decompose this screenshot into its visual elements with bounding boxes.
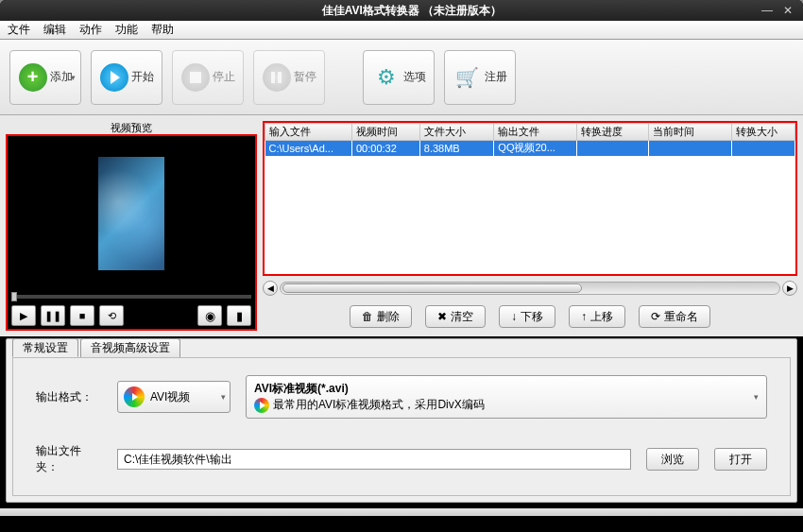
chevron-down-icon: ▾ — [754, 392, 759, 402]
menu-function[interactable]: 功能 — [115, 22, 138, 38]
horizontal-scrollbar[interactable]: ◀ ▶ — [263, 280, 797, 297]
rename-button[interactable]: ⟳重命名 — [639, 305, 710, 328]
close-button[interactable]: ✕ — [780, 4, 795, 17]
arrow-down-icon: ↓ — [511, 310, 517, 323]
stop-button: 停止 — [172, 50, 244, 105]
register-button[interactable]: 🛒 注册 — [444, 50, 516, 105]
gear-icon: ⚙ — [372, 63, 401, 92]
settings-panel: 常规设置 音视频高级设置 输出格式： AVI视频 ▾ AVI标准视频(*.avi… — [6, 338, 797, 503]
toolbar: + 添加 ▾ 开始 停止 暂停 ⚙ 选项 🛒 注册 — [0, 40, 803, 115]
arrow-up-icon: ↑ — [581, 310, 587, 323]
basket-icon: 🛒 — [453, 63, 482, 92]
col-duration[interactable]: 视频时间 — [352, 124, 420, 141]
preview-title: 视频预览 — [6, 121, 257, 134]
delete-button[interactable]: 🗑删除 — [350, 305, 412, 328]
play-button[interactable]: ▶ — [11, 305, 36, 326]
menu-edit[interactable]: 编辑 — [43, 22, 66, 38]
scroll-right-icon[interactable]: ▶ — [782, 281, 797, 296]
pause-preview-button[interactable]: ❚❚ — [41, 305, 65, 326]
output-folder-label: 输出文件夹： — [36, 443, 102, 475]
start-button[interactable]: 开始 — [91, 50, 162, 105]
col-output[interactable]: 输出文件 — [494, 124, 577, 141]
file-table[interactable]: 输入文件 视频时间 文件大小 输出文件 转换进度 当前时间 转换大小 C:\Us… — [263, 121, 797, 276]
x-icon: ✖ — [437, 310, 447, 323]
col-size[interactable]: 文件大小 — [419, 124, 494, 141]
plus-icon: + — [19, 63, 47, 92]
add-button[interactable]: + 添加 ▾ — [9, 50, 81, 105]
col-convsize[interactable]: 转换大小 — [731, 124, 794, 141]
scroll-left-icon[interactable]: ◀ — [263, 281, 278, 296]
minimize-button[interactable]: — — [760, 4, 775, 17]
col-progress[interactable]: 转换进度 — [576, 124, 648, 141]
tab-advanced[interactable]: 音视频高级设置 — [80, 338, 180, 357]
video-preview[interactable] — [8, 136, 255, 291]
stop-icon — [181, 63, 210, 92]
pause-button: 暂停 — [253, 50, 325, 105]
chevron-down-icon: ▾ — [221, 392, 226, 402]
loop-button[interactable]: ⟲ — [99, 305, 124, 326]
preview-panel: 视频预览 ▶ ❚❚ ■ ⟲ ◉ ▮ — [6, 121, 257, 331]
titlebar: 佳佳AVI格式转换器 （未注册版本） — ✕ — [0, 0, 803, 21]
format-detail-select[interactable]: AVI标准视频(*.avi) 最常用的AVI标准视频格式，采用DivX编码 ▾ — [246, 375, 767, 419]
snapshot-button[interactable]: ◉ — [197, 305, 222, 326]
clear-button[interactable]: ✖清空 — [425, 305, 486, 328]
move-down-button[interactable]: ↓下移 — [499, 305, 555, 328]
tab-general[interactable]: 常规设置 — [12, 338, 78, 357]
footer — [0, 508, 803, 516]
move-up-button[interactable]: ↑上移 — [569, 305, 625, 328]
window-title: 佳佳AVI格式转换器 （未注册版本） — [64, 3, 760, 19]
stop-preview-button[interactable]: ■ — [70, 305, 94, 326]
play-icon — [100, 63, 128, 92]
chevron-down-icon: ▾ — [71, 73, 76, 82]
col-curtime[interactable]: 当前时间 — [649, 124, 732, 141]
trash-icon: 🗑 — [362, 310, 373, 323]
output-format-label: 输出格式： — [36, 389, 102, 405]
table-row[interactable]: C:\Users\Ad... 00:00:32 8.38MB QQ视频20... — [265, 141, 795, 156]
format-icon — [254, 398, 269, 413]
menu-file[interactable]: 文件 — [8, 22, 30, 38]
video-thumbnail — [98, 157, 164, 270]
menu-help[interactable]: 帮助 — [151, 22, 174, 38]
col-input[interactable]: 输入文件 — [265, 124, 352, 141]
pause-icon — [263, 63, 291, 92]
menubar: 文件 编辑 动作 功能 帮助 — [0, 21, 803, 40]
folder-button[interactable]: ▮ — [227, 305, 251, 326]
menu-action[interactable]: 动作 — [79, 22, 102, 38]
browse-button[interactable]: 浏览 — [646, 448, 699, 471]
open-button[interactable]: 打开 — [714, 448, 767, 471]
output-folder-input[interactable]: C:\佳佳视频软件\输出 — [117, 449, 631, 470]
refresh-icon: ⟳ — [651, 310, 660, 323]
options-button[interactable]: ⚙ 选项 — [363, 50, 435, 105]
format-icon — [124, 386, 145, 407]
seek-slider[interactable] — [11, 295, 251, 299]
output-format-select[interactable]: AVI视频 ▾ — [117, 381, 231, 413]
